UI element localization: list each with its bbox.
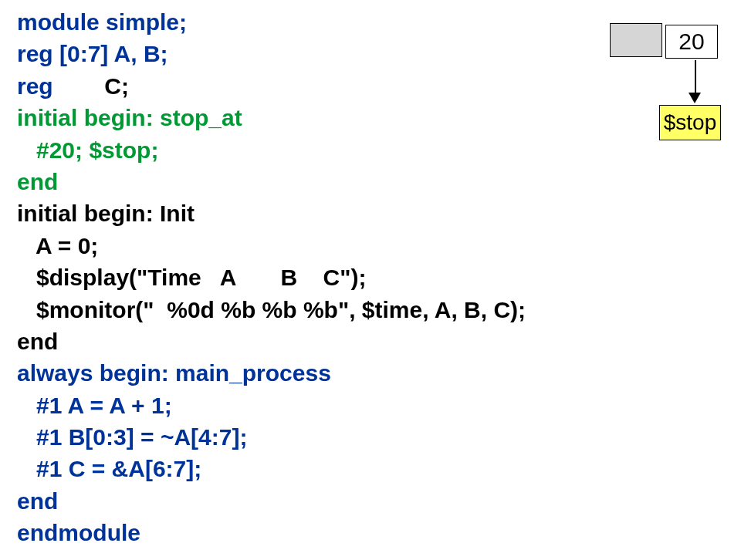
code-line-initial-stopat: initial begin: stop_at bbox=[17, 102, 526, 133]
arrow-line bbox=[695, 60, 696, 94]
time-boxes: … 20 bbox=[610, 23, 719, 60]
code-line-stop: #20; $stop; bbox=[17, 134, 526, 166]
code-line-reg-ab: reg [0:7] A, B; bbox=[17, 38, 526, 69]
code-line-monitor: $monitor(" %0d %b %b %b", $time, A, B, C… bbox=[17, 294, 526, 326]
code-block: module simple; reg [0:7] A, B; reg C; in… bbox=[17, 6, 526, 549]
code-line-initial-init: initial begin: Init bbox=[17, 197, 526, 229]
code-line-a0: A = 0; bbox=[17, 230, 526, 261]
code-line-c-assign: #1 C = &A[6:7]; bbox=[17, 453, 526, 484]
code-line-a-inc: #1 A = A + 1; bbox=[17, 390, 526, 421]
box-back bbox=[610, 23, 662, 57]
var-c: C; bbox=[53, 73, 129, 99]
code-line-end3: end bbox=[17, 485, 526, 517]
code-line-reg-c: reg C; bbox=[17, 70, 526, 102]
code-line-endmodule: endmodule bbox=[17, 517, 526, 548]
arrow-head-icon bbox=[689, 93, 701, 103]
code-line-end2: end bbox=[17, 326, 526, 357]
code-line-always: always begin: main_process bbox=[17, 357, 526, 389]
slide-root: module simple; reg [0:7] A, B; reg C; in… bbox=[0, 0, 741, 560]
box-front: 20 bbox=[665, 25, 718, 59]
code-line-module: module simple; bbox=[17, 6, 526, 38]
code-line-b-assign: #1 B[0:3] = ~A[4:7]; bbox=[17, 421, 526, 453]
stop-box: $stop bbox=[659, 105, 721, 140]
code-line-display: $display("Time A B C"); bbox=[17, 261, 526, 293]
code-line-end1: end bbox=[17, 166, 526, 197]
keyword-reg: reg bbox=[17, 73, 53, 99]
